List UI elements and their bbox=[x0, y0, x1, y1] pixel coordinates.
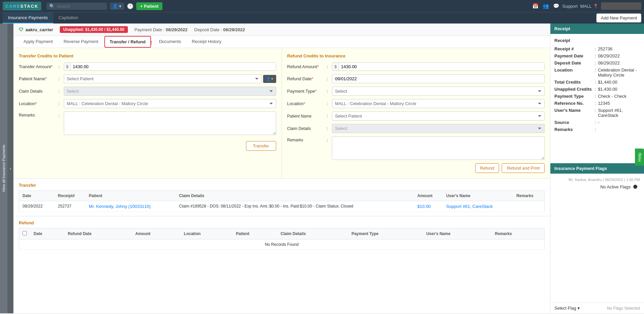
add-patient-button[interactable]: + Patient bbox=[136, 2, 163, 10]
receipt-key-3: Location bbox=[554, 68, 595, 78]
refund-location-select[interactable]: MALL : Celebration Dental - Mallory Circ… bbox=[332, 99, 545, 108]
receipt-val-9: - bbox=[598, 120, 640, 125]
payment-type-select[interactable]: Select bbox=[332, 87, 545, 96]
insurance-flags-header: Insurance Payment Flags bbox=[550, 163, 644, 174]
search-icon: 🔍 bbox=[49, 4, 55, 9]
receipt-key-6: Payment Type bbox=[554, 94, 595, 99]
col-refund-claim: Claim Details bbox=[277, 228, 348, 239]
col-user-name: User's Name bbox=[443, 191, 513, 201]
receipt-panel: Receipt Receipt Receipt # : 252736 Payme… bbox=[550, 24, 644, 313]
row-receipt: 252737 bbox=[55, 201, 86, 212]
tab-insurance-payments[interactable]: Insurance Payments bbox=[3, 12, 53, 24]
col-patient: Patient bbox=[86, 191, 176, 201]
receipt-val-0: 252736 bbox=[598, 46, 640, 51]
refund-date-input[interactable] bbox=[332, 74, 545, 83]
receipt-key-7: Reference No. bbox=[554, 101, 595, 106]
select-flag-button[interactable]: Select Flag ▾ bbox=[554, 306, 580, 311]
patient-select-wrap[interactable]: Select Patient bbox=[64, 74, 262, 83]
tab-transfer-refund[interactable]: Transfer / Refund bbox=[104, 36, 151, 48]
transfer-remarks-textarea[interactable] bbox=[64, 111, 276, 135]
patient-name-row: Patient Name* : Select Patient 👤+ bbox=[19, 74, 276, 83]
refund-claim-details-select[interactable]: Select bbox=[332, 124, 545, 133]
refund-actions: Refund Refund and Print bbox=[287, 163, 545, 173]
claim-details-select[interactable]: Select bbox=[64, 87, 276, 96]
refund-location-row: Location* : MALL : Celebration Dental - … bbox=[287, 99, 545, 108]
logo-care: CARE bbox=[5, 4, 20, 9]
logo: CARESTACK bbox=[3, 2, 41, 10]
add-new-payment-button[interactable]: Add New Payment bbox=[596, 13, 641, 23]
transfer-credits-section: Transfer Credits to Patient Transfer Amo… bbox=[13, 48, 282, 178]
patient-name-control: Select Patient 👤+ bbox=[64, 74, 276, 83]
mall-label: MALL bbox=[580, 4, 592, 9]
chevron-down-icon: ▾ bbox=[578, 306, 580, 311]
refund-button[interactable]: Refund bbox=[475, 163, 499, 173]
user-menu-button[interactable]: 👤 ▾ bbox=[110, 3, 124, 10]
support-link[interactable]: Support bbox=[562, 4, 578, 9]
flags-body: Mr. Sankar, Ananthu | 08/29/2022 | 1:50 … bbox=[550, 174, 644, 303]
patient-name-select[interactable]: Select Patient bbox=[64, 74, 262, 83]
receipt-val-5: $1,430.00 bbox=[598, 87, 640, 92]
select-flag-row: Select Flag ▾ No Flags Selected bbox=[554, 306, 640, 311]
row-remarks bbox=[513, 201, 545, 212]
side-arrow[interactable]: › bbox=[7, 24, 13, 313]
help-button[interactable]: Help bbox=[635, 148, 644, 166]
transfer-location-select[interactable]: MALL : Celebration Dental - Mallory Circ… bbox=[64, 99, 276, 108]
tab-receipt-history[interactable]: Receipt History bbox=[187, 36, 226, 48]
col-refund-user: User's Name bbox=[423, 228, 491, 239]
receipt-key-5: Unapplied Credits bbox=[554, 87, 595, 92]
tab-apply-payment[interactable]: Apply Payment bbox=[19, 36, 57, 48]
search-box[interactable]: 🔍 bbox=[47, 3, 107, 10]
refund-remarks-textarea[interactable] bbox=[332, 136, 545, 160]
refund-patient-name-label: Patient Name bbox=[287, 114, 324, 119]
no-flags: No Active Flags bbox=[554, 184, 640, 189]
col-refund-refund-date: Refund Date bbox=[64, 228, 132, 239]
col-receipt: Receipt# bbox=[55, 191, 86, 201]
refund-amount-input[interactable] bbox=[339, 63, 544, 71]
refund-amount-input-wrap[interactable]: $ bbox=[332, 62, 545, 71]
receipt-section-title: Receipt bbox=[554, 38, 640, 43]
transfer-location-control: MALL : Celebration Dental - Mallory Circ… bbox=[64, 99, 276, 108]
receipt-key-2: Deposit Date bbox=[554, 60, 595, 65]
row-user-name[interactable]: Support #61, CareStack bbox=[443, 201, 513, 212]
sub-navigation: Insurance Payments Capitation Add New Pa… bbox=[0, 12, 644, 24]
mall-badge[interactable]: MALL 📍 bbox=[580, 4, 598, 9]
claim-details-label: Claim Details bbox=[19, 89, 56, 94]
add-patient-icon-button[interactable]: 👤+ bbox=[263, 75, 276, 83]
receipt-row-9: Source : - bbox=[554, 120, 640, 125]
transfer-button[interactable]: Transfer bbox=[246, 141, 276, 151]
shield-icon: 🛡 bbox=[19, 27, 23, 32]
no-active-flags-label: No Active Flags bbox=[600, 184, 631, 189]
search-input[interactable] bbox=[57, 4, 104, 9]
transfer-amount-input[interactable] bbox=[71, 63, 276, 71]
clock-button[interactable]: 🕐 bbox=[127, 3, 134, 9]
side-panel[interactable]: View all Insurance Payments bbox=[0, 24, 7, 313]
users-icon[interactable]: 👥 bbox=[543, 3, 549, 9]
top-navigation: CARESTACK 🔍 👤 ▾ 🕐 + Patient 📅 👥 💬 Suppor… bbox=[0, 0, 644, 12]
tab-capitation[interactable]: Capitation bbox=[53, 12, 84, 24]
receipt-row-7: Reference No. : 12345 bbox=[554, 101, 640, 106]
col-refund-location: Location bbox=[181, 228, 233, 239]
payment-date: Payment Date : 08/29/2022 bbox=[135, 27, 188, 32]
receipt-key-9: Source bbox=[554, 120, 595, 125]
receipt-body: Receipt Receipt # : 252736 Payment Date … bbox=[550, 34, 644, 163]
tab-documents[interactable]: Documents bbox=[154, 36, 186, 48]
receipt-row-10: Remarks : bbox=[554, 127, 640, 132]
refund-table-title: Refund bbox=[19, 220, 545, 225]
content-area: 🛡 aakru_carrier Unapplied: $1,430.00 / $… bbox=[13, 24, 550, 313]
row-patient[interactable]: Mr. Kennedy, Johny (10033110) bbox=[86, 201, 176, 212]
refund-date-control bbox=[332, 74, 545, 83]
transfer-location-row: Location* : MALL : Celebration Dental - … bbox=[19, 99, 276, 108]
transfer-amount-input-wrap[interactable]: $ bbox=[64, 62, 276, 71]
calendar-icon[interactable]: 📅 bbox=[532, 3, 539, 9]
arrow-icon: › bbox=[10, 166, 11, 171]
refund-patient-name-select[interactable]: Select Patient bbox=[332, 111, 545, 121]
payment-header: 🛡 aakru_carrier Unapplied: $1,430.00 / $… bbox=[13, 24, 550, 36]
chat-icon[interactable]: 💬 bbox=[553, 3, 559, 9]
tab-reverse-payment[interactable]: Reverse Payment bbox=[59, 36, 103, 48]
transfer-table-section: Transfer Date Receipt# Patient Claim Det… bbox=[13, 179, 550, 216]
transfer-amount-label: Transfer Amount* bbox=[19, 64, 56, 69]
refund-print-button[interactable]: Refund and Print bbox=[502, 163, 545, 173]
select-all-checkbox[interactable] bbox=[22, 231, 27, 235]
activity-text: Mr. Sankar, Ananthu | 08/29/2022 | 1:50 … bbox=[554, 178, 640, 182]
receipt-key-1: Payment Date bbox=[554, 53, 595, 58]
